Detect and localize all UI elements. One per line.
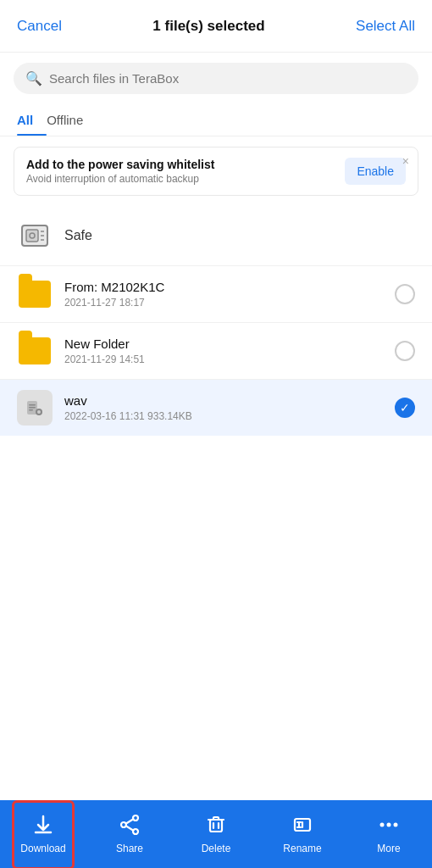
file-list: Safe From: M2102K1C 2021-11-27 18:17 New… [0,206,432,800]
svg-point-28 [394,823,398,827]
svg-rect-8 [29,407,36,409]
select-radio[interactable] [395,284,415,304]
rename-label: Rename [283,843,321,854]
delete-label: Delete [202,843,231,854]
tabs: All Offline [0,104,432,136]
svg-rect-9 [29,409,33,411]
file-info: New Folder 2021-11-29 14:51 [64,337,383,365]
file-info: From: M2102K1C 2021-11-27 18:17 [64,280,383,309]
search-bar: 🔍 [14,63,418,94]
safe-label: Safe [64,228,92,243]
select-all-button[interactable]: Select All [356,18,415,35]
folder-icon [17,333,53,369]
more-label: More [377,843,400,854]
svg-line-17 [126,826,134,830]
select-radio[interactable]: ✓ [395,398,415,418]
safe-icon [17,218,53,253]
delete-button[interactable]: Delete [173,804,259,865]
svg-point-27 [387,823,391,827]
delete-icon [205,814,227,839]
file-meta: 2022-03-16 11:31 933.14KB [64,410,383,422]
folder-icon [17,276,53,312]
file-name: wav [64,393,383,408]
share-button[interactable]: Share [86,804,173,865]
svg-rect-7 [29,404,36,406]
banner-title: Add to the power saving whitelist [26,158,345,171]
select-radio[interactable] [395,341,415,361]
svg-point-26 [380,823,385,827]
rename-icon [291,814,313,839]
power-saving-banner: Add to the power saving whitelist Avoid … [14,147,418,196]
banner-subtitle: Avoid interruption of automatic backup [26,173,345,185]
list-item[interactable]: From: M2102K1C 2021-11-27 18:17 [0,265,432,322]
share-label: Share [116,843,143,854]
tab-offline[interactable]: Offline [47,104,97,136]
share-icon [119,814,141,839]
header: Cancel 1 file(s) selected Select All [0,0,432,53]
file-meta: 2021-11-27 18:17 [64,297,383,309]
bottom-toolbar: Download Share Delete [0,800,432,868]
svg-rect-18 [210,820,222,832]
file-info: wav 2022-03-16 11:31 933.14KB [64,393,383,422]
safe-section: Safe [0,206,432,265]
rename-button[interactable]: Rename [259,804,346,865]
cancel-button[interactable]: Cancel [17,18,62,35]
download-label: Download [20,843,65,854]
more-button[interactable]: More [346,804,432,865]
file-name: New Folder [64,337,383,351]
file-name: From: M2102K1C [64,280,383,294]
enable-button[interactable]: Enable [345,158,406,185]
download-button[interactable]: Download [0,804,86,865]
tab-all[interactable]: All [17,104,47,136]
close-icon[interactable]: × [402,154,409,168]
download-icon [32,814,54,839]
svg-line-16 [126,819,134,823]
svg-rect-1 [26,230,38,242]
header-title: 1 file(s) selected [152,18,264,35]
list-item[interactable]: wav 2022-03-16 11:31 933.14KB ✓ [0,379,432,436]
search-icon: 🔍 [25,70,42,86]
audio-icon [17,390,53,426]
svg-point-11 [37,410,41,414]
list-item[interactable]: New Folder 2021-11-29 14:51 [0,322,432,379]
more-icon [378,814,400,839]
banner-text: Add to the power saving whitelist Avoid … [26,158,345,185]
search-input[interactable] [49,71,407,86]
file-meta: 2021-11-29 14:51 [64,353,383,365]
